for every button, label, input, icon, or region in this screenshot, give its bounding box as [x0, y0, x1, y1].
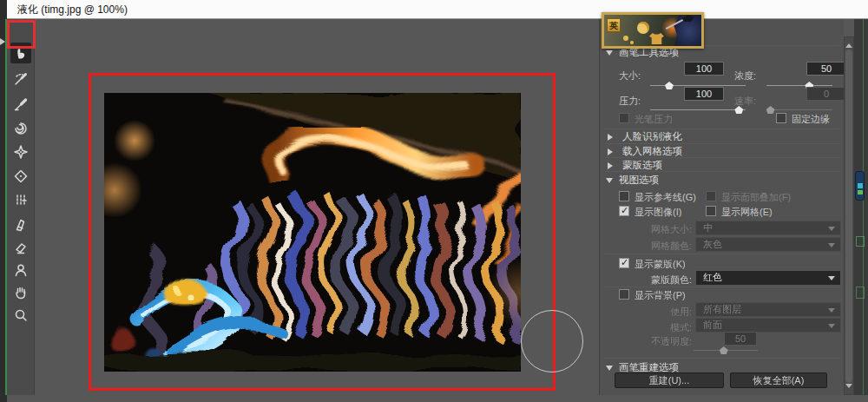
liquify-toolbar — [7, 19, 35, 395]
scroll-up-icon[interactable] — [845, 40, 852, 48]
divider — [605, 358, 839, 359]
divider — [605, 143, 839, 144]
annotation-box-selected-tool — [7, 20, 36, 49]
pucker-icon — [13, 144, 29, 160]
panel-scrollbar[interactable] — [844, 36, 854, 395]
ad-moon-shape — [637, 22, 649, 34]
pressure-input[interactable]: 100 — [684, 87, 724, 101]
mesh-color-dropdown: 灰色 — [695, 237, 841, 252]
window-right-edge — [854, 19, 868, 395]
opacity-input: 50 — [724, 332, 757, 346]
tool-freeze-mask[interactable] — [10, 214, 31, 235]
show-image-label: 显示图像(I) — [635, 206, 681, 219]
annotation-box-canvas — [89, 73, 556, 391]
section-label: 人脸识别液化 — [622, 130, 682, 143]
thaw-mask-icon — [13, 240, 29, 255]
show-image-checkbox[interactable] — [619, 206, 629, 216]
section-label: 蒙版选项 — [622, 159, 662, 172]
expand-arrow-icon — [606, 50, 613, 59]
pin-edges-checkbox[interactable] — [776, 113, 786, 123]
collapse-arrow-icon — [608, 162, 616, 169]
divider — [605, 157, 839, 158]
tool-hand[interactable] — [10, 282, 31, 303]
liquify-options-panel: 画笔工具选项 100 大小: 50 浓度: 100 压力: 0 速率: 光笔压力… — [599, 19, 844, 395]
section-view-options[interactable]: 视图选项 — [606, 174, 659, 187]
show-guides-checkbox[interactable] — [619, 191, 629, 201]
rate-slider — [766, 109, 832, 110]
zoom-icon — [13, 307, 29, 323]
edge-artifact — [856, 236, 865, 247]
ad-dot — [630, 41, 634, 44]
use-dropdown: 所有图层 — [695, 302, 841, 317]
mask-color-dropdown[interactable]: 红色 — [695, 270, 841, 286]
tool-reconstruct[interactable] — [10, 69, 31, 89]
green-guide-line-right — [863, 19, 864, 395]
edge-widget-artifact — [855, 171, 865, 201]
brush-cursor — [521, 310, 583, 372]
stylus-pressure-label: 光笔压力 — [635, 113, 673, 126]
pin-edges-label: 固定边缘 — [792, 113, 830, 126]
section-mask-options[interactable]: 蒙版选项 — [606, 159, 662, 172]
bloat-icon — [13, 168, 29, 184]
push-left-icon — [13, 193, 29, 208]
chevron-down-icon — [828, 324, 835, 332]
restore-all-button[interactable]: 恢复全部(A) — [730, 372, 827, 388]
show-mesh-checkbox[interactable] — [706, 206, 716, 216]
tool-push-left[interactable] — [10, 190, 31, 211]
chevron-down-icon — [828, 276, 835, 284]
reconstruct-icon — [13, 71, 29, 87]
opacity-label: 不透明度: — [626, 335, 692, 348]
opacity-slider-thumb — [720, 346, 728, 354]
tool-twirl-clockwise[interactable] — [10, 118, 31, 139]
mode-dropdown: 前面 — [695, 318, 841, 333]
mask-color-value: 红色 — [703, 272, 722, 282]
chevron-down-icon — [828, 243, 835, 251]
tool-zoom[interactable] — [10, 305, 31, 326]
collapse-arrow-icon — [608, 134, 616, 141]
divider — [605, 287, 839, 287]
tool-bloat[interactable] — [10, 166, 31, 187]
rate-slider-thumb — [766, 106, 775, 114]
tool-face[interactable] — [10, 260, 31, 280]
show-backdrop-checkbox[interactable] — [619, 289, 629, 300]
mesh-size-value: 中 — [703, 222, 713, 233]
mode-label: 模式: — [626, 321, 692, 334]
size-input[interactable]: 100 — [684, 62, 724, 76]
ad-banner[interactable]: 英 — [602, 12, 704, 49]
edge-artifact — [856, 287, 865, 299]
density-slider — [766, 85, 832, 86]
rate-label: 速率: — [734, 95, 756, 108]
mesh-color-label: 网格颜色: — [626, 240, 692, 253]
section-face-liquify[interactable]: 人脸识别液化 — [606, 130, 682, 143]
tool-smooth[interactable] — [10, 94, 31, 115]
show-mask-checkbox[interactable] — [619, 258, 629, 268]
section-label: 视图选项 — [619, 174, 659, 187]
mode-value: 前面 — [703, 320, 722, 330]
ad-shirt-icon — [649, 33, 664, 44]
scrollbar-thumb[interactable] — [845, 49, 852, 383]
dialog-title: 液化 (timg.jpg @ 100%) — [17, 0, 128, 19]
size-slider-thumb[interactable] — [665, 82, 674, 89]
ad-dot — [623, 36, 628, 41]
density-input[interactable]: 50 — [806, 62, 846, 76]
show-face-overlay-label: 显示面部叠加(F) — [721, 191, 791, 204]
reconstruct-button[interactable]: 重建(U)... — [615, 372, 724, 388]
twirl-icon — [13, 121, 29, 136]
smooth-icon — [13, 96, 29, 112]
divider — [605, 129, 839, 129]
hand-icon — [13, 285, 29, 300]
mesh-size-label: 网格大小: — [626, 223, 692, 236]
tool-thaw-mask[interactable] — [10, 237, 31, 258]
show-guides-label: 显示参考线(G) — [635, 191, 696, 204]
section-load-mesh-options[interactable]: 载入网格选项 — [606, 145, 682, 158]
pressure-slider — [650, 109, 746, 110]
expand-arrow-icon — [606, 178, 613, 187]
ad-badge: 英 — [607, 18, 621, 32]
show-face-overlay-checkbox — [706, 191, 716, 201]
mesh-color-value: 灰色 — [703, 239, 722, 249]
scroll-down-icon[interactable] — [845, 384, 852, 392]
tool-pucker[interactable] — [10, 142, 31, 162]
show-backdrop-label: 显示背景(P) — [635, 289, 686, 302]
collapse-arrow-icon — [608, 148, 616, 155]
use-label: 使用: — [626, 306, 692, 319]
